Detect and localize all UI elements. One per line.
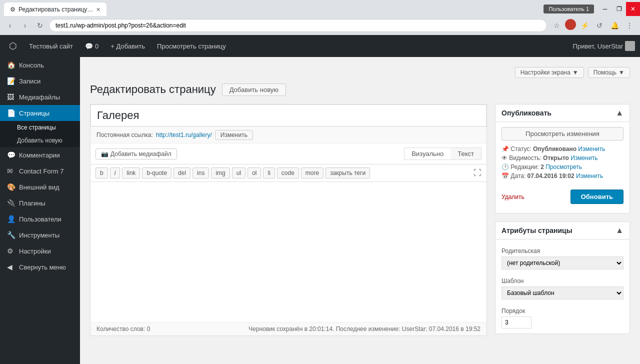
menu-icon[interactable]: ⋮: [623, 19, 636, 32]
fmt-ins[interactable]: ins: [192, 168, 209, 178]
fmt-li[interactable]: li: [263, 168, 274, 178]
sidebar-item-label: Инструменты: [19, 232, 60, 239]
fmt-img[interactable]: img: [211, 168, 230, 178]
sidebar-item-label: Настройки: [19, 248, 51, 255]
sidebar-item-tools[interactable]: 🔧 Инструменты: [0, 227, 80, 243]
post-editor: Постоянная ссылка: http://test1.ru/galle…: [90, 104, 487, 342]
address-bar[interactable]: [49, 19, 547, 32]
sidebar-item-posts[interactable]: 📝 Записи: [0, 73, 80, 89]
order-input[interactable]: [502, 316, 532, 328]
bookmark-icon[interactable]: ☆: [550, 19, 563, 32]
page-attrs-body: Родительская (нет родительской) Шаблон Б…: [496, 240, 630, 334]
adminbar-user-greeting: Привет, UserStar: [573, 42, 623, 50]
revisions-link[interactable]: Просмотреть: [546, 164, 582, 170]
parent-select[interactable]: (нет родительской): [502, 256, 624, 270]
sidebar-item-label: Contact Form 7: [19, 168, 64, 175]
refresh2-icon[interactable]: ↺: [593, 19, 606, 32]
add-media-icon: 📷: [101, 150, 108, 158]
sidebar-item-settings[interactable]: ⚙ Настройки: [0, 243, 80, 259]
sidebar-item-media[interactable]: 🖼 Медиафайлы: [0, 89, 80, 105]
tab-close-icon[interactable]: ✕: [96, 6, 100, 13]
submenu-all-pages[interactable]: Все страницы: [0, 121, 80, 134]
refresh-button[interactable]: ↻: [34, 20, 46, 32]
sidebar-item-label: Страницы: [19, 110, 50, 117]
update-button[interactable]: Обновить: [570, 190, 624, 204]
template-select[interactable]: Базовый шаблон: [502, 286, 624, 300]
visibility-change-link[interactable]: Изменить: [570, 154, 598, 162]
maximize-button[interactable]: ❐: [612, 2, 626, 16]
adminbar-add[interactable]: + Добавить: [104, 35, 151, 57]
submenu-add-new[interactable]: Добавить новую: [0, 134, 80, 147]
close-button[interactable]: ✕: [626, 2, 640, 16]
delete-link[interactable]: Удалить: [502, 194, 524, 200]
back-button[interactable]: ‹: [4, 20, 16, 32]
publish-metabox-header[interactable]: Опубликовать ▲: [496, 104, 630, 122]
permalink-url[interactable]: http://test1.ru/gallery/: [156, 132, 212, 138]
plugins-icon: 🔌: [7, 199, 15, 207]
add-new-page-button[interactable]: Добавить новую: [222, 84, 286, 96]
fmt-ol[interactable]: ol: [248, 168, 261, 178]
adminbar-view[interactable]: Просмотреть страницу: [151, 35, 232, 57]
adminbar-user[interactable]: Привет, UserStar: [573, 41, 635, 51]
fmt-del[interactable]: del: [174, 168, 190, 178]
visual-tab-button[interactable]: Визуально: [404, 148, 450, 160]
avatar-icon[interactable]: [565, 19, 576, 30]
minimize-button[interactable]: ─: [598, 2, 612, 16]
visibility-row: 👁 Видимость: Открыто Изменить: [502, 154, 624, 162]
adminbar-comments[interactable]: 💬 0: [79, 35, 104, 57]
add-media-button[interactable]: 📷 Добавить медиафайл: [96, 148, 177, 160]
tools-icon: 🔧: [7, 231, 15, 239]
sidebar-item-comments[interactable]: 💬 Комментарии: [0, 147, 80, 163]
fmt-code[interactable]: code: [277, 168, 299, 178]
fmt-link[interactable]: link: [122, 168, 140, 178]
preview-changes-button[interactable]: Просмотреть изменения: [502, 127, 624, 140]
sidebar-item-label: Консоль: [19, 62, 44, 69]
forward-button[interactable]: ›: [19, 20, 31, 32]
sidebar-item-appearance[interactable]: 🎨 Внешний вид: [0, 179, 80, 195]
notification-icon[interactable]: 🔔: [608, 19, 621, 32]
expand-editor-button[interactable]: ⛶: [474, 168, 482, 178]
permalink-prefix: Постоянная ссылка:: [96, 132, 153, 138]
sidebar-item-label: Комментарии: [19, 152, 60, 159]
page-attrs-header[interactable]: Атрибуты страницы ▲: [496, 222, 630, 240]
fmt-more[interactable]: more: [301, 168, 324, 178]
browser-tab[interactable]: ⚙ Редактировать страницу… ✕: [4, 2, 106, 16]
sidebar-item-console[interactable]: 🏠 Консоль: [0, 57, 80, 73]
extensions-icon[interactable]: ⚡: [578, 19, 591, 32]
wp-logo[interactable]: ⬡: [5, 40, 21, 52]
editor-content-area[interactable]: [90, 182, 486, 322]
publish-metabox-body: Просмотреть изменения 📌 Статус: Опублико…: [496, 122, 630, 213]
status-change-link[interactable]: Изменить: [578, 146, 605, 152]
screen-options-label: Настройки экрана: [520, 69, 570, 76]
text-tab-button[interactable]: Текст: [450, 148, 481, 160]
screen-options-button[interactable]: Настройки экрана ▼: [515, 67, 584, 78]
change-permalink-button[interactable]: Изменить: [215, 130, 253, 140]
date-value: 07.04.2016 19:02: [528, 172, 574, 180]
format-buttons: b i link b-quote del ins img ul ol li co…: [90, 164, 486, 182]
publish-metabox-toggle: ▲: [616, 108, 624, 118]
sidebar-item-collapse[interactable]: ◀ Свернуть меню: [0, 259, 80, 275]
sidebar-item-plugins[interactable]: 🔌 Плагины: [0, 195, 80, 211]
sidebar-item-label: Плагины: [19, 200, 46, 207]
sidebar-item-contact-form[interactable]: ✉ Contact Form 7: [0, 163, 80, 179]
revisions-row: 🕐 Редакции: 2 Просмотреть: [502, 164, 624, 170]
fmt-bquote[interactable]: b-quote: [142, 168, 172, 178]
word-count: Количество слов: 0: [96, 326, 150, 332]
adminbar-site[interactable]: Тестовый сайт: [23, 35, 79, 57]
help-button[interactable]: Помощь ▼: [588, 67, 630, 78]
settings-icon: ⚙: [7, 247, 15, 255]
date-change-link[interactable]: Изменить: [576, 172, 603, 180]
adminbar-site-name: Тестовый сайт: [29, 42, 73, 50]
fmt-ul[interactable]: ul: [232, 168, 246, 178]
sidebar: 🏠 Консоль 📝 Записи 🖼 Медиафайлы 📄 Страни…: [0, 57, 80, 364]
fmt-italic[interactable]: i: [110, 168, 120, 178]
fmt-close-tags[interactable]: закрыть теги: [326, 168, 370, 178]
sidebar-item-users[interactable]: 👤 Пользователи: [0, 211, 80, 227]
sidebar-item-pages[interactable]: 📄 Страницы: [0, 105, 80, 121]
adminbar-view-label: Просмотреть страницу: [157, 42, 226, 50]
editor-footer: Количество слов: 0 Черновик сохранён в 2…: [90, 322, 486, 336]
adminbar-add-label: + Добавить: [110, 42, 145, 50]
fmt-bold[interactable]: b: [96, 168, 108, 178]
post-title-input[interactable]: [90, 104, 486, 126]
comments-icon: 💬: [7, 151, 15, 159]
